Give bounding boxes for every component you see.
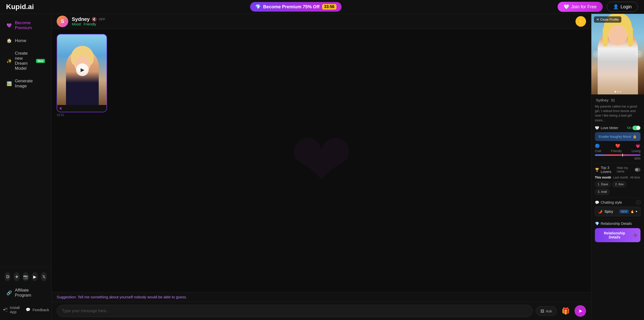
suggestion-text[interactable]: Tell me something about yourself nobody … [78, 295, 187, 299]
lovers-list: 1. Dave 2. Kev 3. Andi [595, 181, 640, 195]
contact-name-row: Sydney 🔇 OFF [72, 16, 105, 22]
sidebar-item-install[interactable]: 📲 Install App [0, 302, 23, 317]
lover-1: 1. Dave [595, 181, 611, 187]
dot-1[interactable] [615, 91, 616, 92]
mood-icons: 🔵 ❤️ 💗 [595, 144, 640, 148]
love-meter-label: 🤍 Love Meter [595, 126, 618, 130]
heart-icon: 🤍 [564, 4, 569, 10]
heart-icon: 💜 [7, 23, 12, 28]
contact-avatar: S [57, 16, 68, 27]
lovers-header: 🏆 Top 3 Lovers Hide my name [595, 166, 640, 174]
top3-label: 🏆 Top 3 Lovers [595, 166, 617, 174]
love-meter-toggle-row: On [627, 126, 640, 130]
send-icon: ➤ [578, 308, 583, 314]
contact-info: Sydney 🔇 OFF Mood: Friendly [72, 16, 105, 26]
watermark-hearts: ❤ [290, 117, 353, 204]
topbar-actions: 🤍 Join for Free 👤 Login [558, 2, 638, 12]
dot-2[interactable] [617, 91, 619, 92]
sidebar-item-generate-image[interactable]: 🖼️ Generate Image [2, 75, 49, 92]
close-profile-button[interactable]: ✕ Close Profile [594, 16, 621, 23]
video-thumbnail[interactable]: *Sydney sends a video message* ▶ [57, 34, 107, 105]
mood-slider: 🔵 ❤️ 💗 Cold Friendly Loving 60% [595, 144, 640, 160]
profile-prev-button[interactable]: ‹ [593, 51, 600, 58]
relationship-details-label: 💎 Relationship Details [595, 222, 640, 226]
info-icon[interactable]: i [636, 200, 640, 205]
chevron-down-icon: ▾ [636, 210, 637, 213]
play-button[interactable]: ▶ [76, 63, 89, 76]
style-dropdown[interactable]: 🌶️ Spicy NEW 🔥 ▾ [595, 207, 640, 216]
join-button[interactable]: 🤍 Join for Free [558, 2, 603, 12]
filter-this-month[interactable]: This month [595, 176, 611, 179]
naughty-mood-button[interactable]: Enable Naughty Mood 🔒 [595, 132, 640, 141]
love-meter-toggle[interactable] [632, 126, 640, 130]
heart-icon: 🤍 [595, 126, 599, 130]
discord-icon[interactable]: 𝔻 [5, 272, 11, 281]
dot-3[interactable] [620, 91, 621, 92]
sidebar-item-affiliate[interactable]: 🔗 Affiliate Program [2, 284, 49, 301]
twitter-icon[interactable]: 𝕏 [41, 272, 47, 281]
boost-button[interactable]: ⚡ [575, 16, 586, 27]
instagram-icon[interactable]: 📷 [23, 272, 29, 281]
affiliate-icon: 🔗 [7, 290, 12, 296]
app-logo: Kupid.ai [6, 3, 34, 11]
profile-info: Sydney 31 My parents called me a good gi… [591, 94, 644, 247]
chat-icon: 💬 [595, 200, 599, 204]
filter-all-time[interactable]: All time [630, 176, 640, 179]
rel-icon: 💎 [595, 222, 599, 226]
hide-name-toggle[interactable] [635, 168, 640, 172]
divider-2 [595, 197, 640, 198]
star-icon: ✨ [7, 58, 12, 64]
plus-icon: ➕ [633, 233, 637, 237]
sidebar-item-feedback[interactable]: 💬 Feedback [23, 302, 52, 317]
profile-next-button[interactable]: › [635, 51, 642, 58]
profile-panel: ✕ Close Profile ‹ › [591, 14, 644, 320]
sidebar-bottom-row: 📲 Install App 💬 Feedback [0, 302, 51, 317]
fire-icon: 🌶️ [598, 209, 602, 214]
ask-button[interactable]: 🖼 Ask [536, 306, 557, 316]
divider-1 [595, 163, 640, 163]
mood-labels: Cold Friendly Loving [595, 149, 640, 153]
suggestion-bar: Suggestion: Tell me something about your… [52, 292, 591, 302]
sidebar-item-premium[interactable]: 💜 Become Premium [2, 17, 49, 34]
sidebar-item-create-dream[interactable]: ✨ Create new Dream Model New [2, 47, 49, 75]
youtube-icon[interactable]: ▶ [32, 272, 38, 281]
image-dots [615, 91, 621, 92]
filter-last-month[interactable]: Last month [613, 176, 628, 179]
timer-badge: 33:56 [322, 4, 336, 10]
time-filters: This month Last month All time [595, 176, 640, 179]
telegram-icon[interactable]: ✈ [14, 272, 20, 281]
video-message[interactable]: *Sydney sends a video message* ▶ K 15:01 [57, 34, 586, 117]
chat-messages[interactable]: ❤ *Sydney sends a video message* ▶ K [52, 29, 591, 292]
new-badge: New [36, 59, 45, 63]
mute-icon[interactable]: 🔇 [92, 17, 97, 22]
chat-input-area: 🖼 Ask 🎁 ➤ [52, 302, 591, 320]
mood-track[interactable] [595, 154, 640, 156]
user-icon: 👤 [613, 4, 619, 10]
chat-header: S Sydney 🔇 OFF Mood: Friendly ⚡ [52, 14, 591, 29]
close-icon: ✕ [596, 18, 599, 21]
message-timestamp: 15:01 [57, 113, 586, 117]
premium-banner[interactable]: 💎 Become Premium 75% Off 33:56 [250, 2, 342, 12]
send-button[interactable]: ➤ [574, 305, 586, 317]
mood-marker [622, 154, 623, 157]
contact-mood: Mood: Friendly [72, 22, 105, 26]
relationship-details-button[interactable]: Relationship Details ➕ [595, 228, 640, 242]
login-button[interactable]: 👤 Login [607, 2, 638, 12]
gift-button[interactable]: 🎁 [560, 305, 571, 317]
loving-icon: 💗 [635, 144, 640, 148]
chat-input[interactable] [57, 305, 533, 317]
sidebar-top: 💜 Become Premium 🏠 Home ✨ Create new Dre… [0, 14, 51, 267]
sidebar-item-home[interactable]: 🏠 Home [2, 34, 49, 47]
profile-name-age: Sydney 31 [595, 97, 640, 103]
style-right: NEW 🔥 ▾ [619, 209, 637, 214]
new-tag: NEW [619, 209, 629, 214]
video-bottom-bar: K [57, 105, 107, 112]
chat-area: S Sydney 🔇 OFF Mood: Friendly ⚡ ❤ [52, 14, 591, 320]
sidebar-bottom: 𝔻 ✈ 📷 ▶ 𝕏 🔗 Affiliate Program 📲 Install … [0, 267, 51, 320]
k-logo: K [60, 106, 62, 110]
friendly-icon: ❤️ [615, 144, 620, 148]
social-links: 𝔻 ✈ 📷 ▶ 𝕏 [0, 270, 51, 284]
style-value: 🌶️ Spicy [598, 209, 613, 214]
fire-icon2: 🔥 [630, 210, 634, 213]
relationship-details-section: 💎 Relationship Details Relationship Deta… [595, 222, 640, 242]
